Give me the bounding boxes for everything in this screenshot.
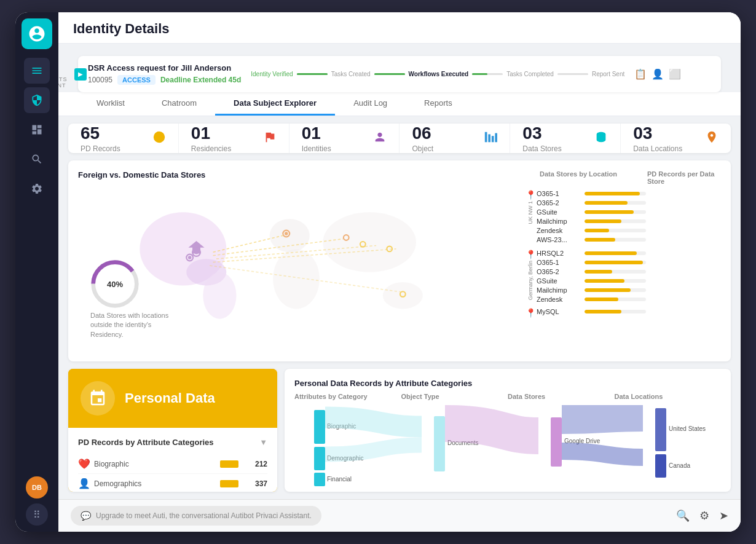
svg-rect-4 [495,133,498,143]
svg-text:United States: United States [669,425,706,432]
location-group-mysql: 📍 MySQL [524,308,721,319]
sidebar-icon-shield[interactable] [24,87,50,113]
location-label-germany: 📍 Germany, Berlin [524,250,537,303]
svg-point-8 [323,212,416,272]
header: Identity Details [58,12,741,44]
user-avatar[interactable]: DB [26,476,48,499]
alluvial-col-1: Attributes by Category [294,393,401,400]
step-identity-verified: Identity Verified [251,71,293,77]
store-row: Mailchimp [537,286,721,294]
svg-rect-3 [492,136,494,142]
filter-bottom-icon[interactable]: ⚙ [699,509,709,522]
svg-point-10 [203,272,236,319]
pd-demographics-bar [220,480,238,487]
step-tasks-created: Tasks Created [331,71,371,77]
location-stores-mysql: MySQL [537,308,721,319]
tab-worklist[interactable]: Worklist [78,92,143,116]
stat-data-locations-number: 03 [633,124,682,143]
dsr-arrow[interactable]: ▶ [74,68,87,81]
chat-bubble[interactable]: 💬 Upgrade to meet Auti, the conversation… [71,506,321,526]
pd-records-icon [152,130,166,146]
data-locations-icon [705,130,719,146]
stat-pd-records-number: 65 [81,124,120,143]
pd-biographic-count: 212 [246,460,267,468]
dsr-user-icon[interactable]: 👤 [652,68,664,80]
person-icon: 👤 [78,478,89,489]
apps-button[interactable]: ⠿ [26,503,48,526]
store-row: O365-1 [537,259,721,266]
map-note: Data Stores with locations outside the i… [90,311,170,339]
pd-dropdown-icon[interactable]: ▼ [259,438,267,447]
location-pin-mysql: 📍 [526,308,536,318]
map-left: Foreign vs. Domestic Data Stores [78,170,514,352]
location-pin-germany: 📍 [526,250,536,259]
svg-rect-2 [489,134,491,142]
stat-object-number: 06 [412,124,433,143]
donut-chart: 40% Data Stores with locations outside t… [90,259,170,339]
dsr-doc-icon[interactable]: 📋 [634,68,647,80]
sidebar-icon-menu[interactable] [24,58,50,84]
heart-icon: ❤️ [78,458,89,470]
content-area: 65 PD Records 01 Residencies [58,116,741,499]
map-right-header: Data Stores by Location PD Records per D… [524,170,721,185]
location-stores-germany: HRSQL2 O365-1 O365-2 [537,250,721,303]
stat-pd-records: 65 PD Records [68,124,179,153]
pd-demographics-label: Demographics [94,479,215,488]
sidebar-bottom: DB ⠿ [26,476,48,526]
svg-text:Canada: Canada [669,462,690,469]
personal-data-icon [81,381,115,416]
navigate-bottom-icon[interactable]: ➤ [719,509,728,522]
svg-rect-27 [192,247,200,254]
location-stores-uk: O365-1 O365-2 GSuite [537,190,721,243]
location-label-uk: 📍 UK NW 1 [524,190,537,243]
svg-point-9 [273,249,320,309]
dsr-expand-icon[interactable]: ⬜ [669,68,681,80]
location-group-germany: 📍 Germany, Berlin HRSQL2 O365-1 [524,250,721,303]
personal-data-header: Personal Data [68,369,277,428]
dsr-banner: ▶ DSR Access request for Jill Anderson 1… [78,56,721,92]
svg-point-20 [188,256,191,259]
svg-point-11 [383,282,423,309]
recent-tickets-label: RECENT TICKETS [58,76,68,88]
store-row: GSuite [537,277,721,285]
personal-data-body: PD Records by Attribute Categories ▼ ❤️ … [68,428,277,492]
page-title: Identity Details [73,21,726,37]
sidebar-icon-settings[interactable] [24,176,50,202]
store-row: Zendesk [537,227,721,234]
tab-reports[interactable]: Reports [406,92,471,116]
alluvial-title: Personal Data Records by Attribute Categ… [294,379,721,388]
stats-bar: 65 PD Records 01 Residencies [68,124,731,153]
svg-point-0 [154,132,165,143]
location-text-germany: Germany, Berlin [527,261,534,300]
svg-rect-1 [485,132,487,143]
store-row: O365-2 [537,268,721,275]
pd-row-demographics: 👤 Demographics 337 [78,474,267,492]
tab-audit-log[interactable]: Audit Log [335,92,406,116]
store-row: MySQL [537,308,721,315]
svg-point-22 [285,232,288,235]
stat-data-stores: 03 Data Stores [510,124,621,153]
tab-data-subject-explorer[interactable]: Data Subject Explorer [215,92,335,116]
dsr-steps: Identity Verified Tasks Created Workflow… [251,71,624,77]
bottom-section: Personal Data PD Records by Attribute Ca… [68,369,731,492]
bottom-bar: 💬 Upgrade to meet Auti, the conversation… [58,499,741,532]
stat-object-label: Object [412,144,433,153]
step-tasks-completed: Tasks Completed [506,71,554,77]
tabs: Worklist Chatroom Data Subject Explorer … [78,92,721,116]
pd-demographics-count: 337 [246,479,267,488]
location-label-mysql: 📍 [524,308,537,319]
dsr-deadline: Deadline Extended 45d [160,76,241,84]
alluvial-col-2: Object Type [401,393,508,400]
map-col-header-1: Data Stores by Location [524,170,647,185]
chat-bubble-text: Upgrade to meet Auti, the conversational… [96,511,312,520]
svg-rect-41 [655,408,666,451]
search-bottom-icon[interactable]: 🔍 [676,509,690,522]
donut-percent: 40% [107,279,123,288]
tab-chatroom[interactable]: Chatroom [143,92,215,116]
sidebar-icon-dashboard[interactable] [24,117,50,143]
chat-bubble-icon: 💬 [81,511,91,521]
sidebar-icon-search[interactable] [24,146,50,172]
location-group-uk: 📍 UK NW 1 O365-1 O365-2 [524,190,721,243]
store-row: GSuite [537,208,721,216]
pd-row-biographic: ❤️ Biographic 212 [78,454,267,474]
